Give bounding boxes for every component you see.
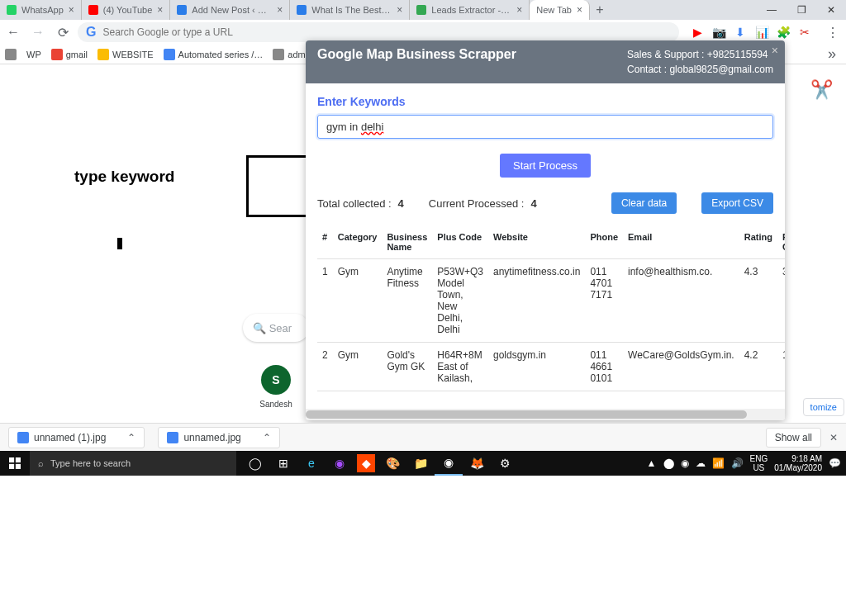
browser-tab[interactable]: Add New Post ‹ Google× (170, 0, 290, 20)
app-icon[interactable]: 🎨 (378, 451, 406, 476)
maximize-button[interactable]: ❐ (787, 0, 816, 20)
svg-rect-0 (9, 457, 14, 462)
bookmark-item[interactable]: gmail (51, 49, 88, 60)
tray-icon[interactable]: ◉ (681, 457, 689, 469)
app-icon[interactable]: ◆ (357, 454, 375, 472)
results-table: # Category Business Name Plus Code Websi… (317, 225, 785, 391)
ntp-search-box[interactable]: 🔍 Sear (243, 314, 309, 342)
forward-button[interactable]: → (28, 22, 48, 42)
chrome-icon[interactable]: ◉ (435, 451, 463, 476)
extension-popup: Google Map Business Scrapper Sales & Sup… (306, 40, 785, 420)
file-icon (17, 432, 29, 443)
omnibox[interactable]: G (78, 22, 679, 42)
popup-header: Google Map Business Scrapper Sales & Sup… (306, 40, 785, 83)
total-collected-label: Total collected :4 (317, 197, 404, 210)
customize-button[interactable]: tomize (803, 398, 844, 416)
wifi-icon[interactable]: 📶 (712, 457, 725, 469)
downloads-bar: unnamed (1).jpg ⌃ unnamed.jpg ⌃ Show all… (0, 423, 846, 451)
close-icon[interactable]: × (577, 4, 582, 16)
blank-area (0, 476, 846, 616)
popup-contact: Sales & Support : +9825115594 Contact : … (627, 47, 773, 77)
tray-icon[interactable]: ☁ (696, 457, 706, 469)
keywords-label: Enter Keywords (317, 95, 773, 108)
export-csv-button[interactable]: Export CSV (701, 192, 773, 214)
search-icon: 🔍 (253, 322, 266, 334)
windows-taskbar: ⌕ Type here to search ◯ ⊞ e ◉ ◆ 🎨 📁 ◉ 🦊 … (0, 451, 846, 476)
ext-icon[interactable]: ▶ (691, 26, 704, 39)
close-icon[interactable]: ✕ (829, 432, 838, 443)
logo-icon: ✂️ (810, 79, 833, 101)
download-item[interactable]: unnamed (1).jpg ⌃ (8, 427, 145, 448)
browser-tab[interactable]: (4) YouTube× (82, 0, 171, 20)
language-indicator[interactable]: ENGUS (750, 454, 768, 472)
bookmark-item[interactable]: Automated series /… (164, 49, 264, 60)
ext-icon[interactable]: 📷 (712, 26, 725, 39)
ext-icon[interactable]: 📊 (755, 26, 768, 39)
cortana-icon[interactable]: ◯ (241, 451, 269, 476)
table-row: 1GymAnytime FitnessP53W+Q3 Model Town, N… (317, 259, 785, 343)
keywords-input[interactable]: gym in delhi (317, 115, 773, 139)
tray-icon[interactable]: ⬤ (663, 457, 674, 469)
current-processed-label: Current Processed :4 (429, 197, 537, 210)
bookmark-overflow[interactable]: » (823, 45, 841, 63)
taskbar-search[interactable]: ⌕ Type here to search (30, 451, 236, 476)
download-item[interactable]: unnamed.jpg ⌃ (158, 427, 279, 448)
svg-rect-3 (16, 464, 21, 469)
file-icon (167, 432, 178, 443)
menu-button[interactable]: ⋮ (823, 22, 843, 42)
back-button[interactable]: ← (3, 22, 23, 42)
edge-icon[interactable]: e (297, 451, 326, 476)
browser-tab-active[interactable]: New Tab× (530, 0, 590, 20)
reload-button[interactable]: ⟳ (53, 22, 73, 42)
clock[interactable]: 9:18 AM01/May/2020 (774, 454, 822, 472)
show-all-button[interactable]: Show all (766, 428, 821, 448)
new-tab-button[interactable]: + (590, 0, 610, 20)
url-input[interactable] (102, 26, 671, 38)
browser-tab[interactable]: What Is The Best Scrap× (290, 0, 410, 20)
extension-icons: ▶ 📷 ⬇ 📊 🧩 ✂ (691, 26, 818, 39)
bookmark-item[interactable]: WP (26, 50, 41, 59)
close-icon[interactable]: × (516, 4, 522, 16)
close-icon[interactable]: × (277, 4, 283, 16)
popup-close-icon[interactable]: × (772, 44, 778, 57)
svg-rect-2 (9, 464, 14, 469)
chevron-up-icon[interactable]: ⌃ (127, 432, 135, 443)
system-tray: ▲ ⬤ ◉ ☁ 📶 🔊 ENGUS 9:18 AM01/May/2020 💬 (647, 454, 846, 472)
notifications-icon[interactable]: 💬 (829, 457, 841, 469)
annotation-text: type keyword (74, 168, 174, 186)
browser-tab[interactable]: WhatsApp× (0, 0, 82, 20)
ext-icon[interactable]: ⬇ (734, 26, 747, 39)
bookmark-item[interactable]: WEBSITE (97, 49, 154, 60)
close-icon[interactable]: × (397, 4, 402, 16)
horizontal-scrollbar[interactable] (306, 409, 785, 420)
popup-title: Google Map Business Scrapper (317, 47, 516, 62)
start-process-button[interactable]: Start Process (500, 154, 591, 178)
svg-rect-1 (16, 457, 21, 462)
ext-icon[interactable]: ✂ (798, 26, 811, 39)
google-icon: G (86, 25, 96, 40)
text-cursor (117, 238, 122, 249)
firefox-icon[interactable]: 🦊 (463, 451, 491, 476)
close-icon[interactable]: × (69, 4, 74, 16)
bookmark-item[interactable] (5, 49, 17, 60)
firefox-icon[interactable]: ◉ (326, 451, 354, 476)
minimize-button[interactable]: — (757, 0, 787, 20)
taskview-icon[interactable]: ⊞ (269, 451, 297, 476)
start-button[interactable] (0, 451, 30, 476)
close-icon[interactable]: × (157, 4, 163, 16)
browser-tab[interactable]: Leads Extractor - B2B G× (410, 0, 530, 20)
window-close-button[interactable]: ✕ (816, 0, 846, 20)
ext-icon[interactable]: 🧩 (777, 26, 790, 39)
table-row: 2GymGold's Gym GKH64R+8M East of Kailash… (317, 343, 785, 391)
app-icon[interactable]: ⚙ (491, 451, 519, 476)
explorer-icon[interactable]: 📁 (406, 451, 435, 476)
tray-icon[interactable]: ▲ (647, 457, 657, 469)
clear-data-button[interactable]: Clear data (611, 192, 677, 214)
ntp-shortcut[interactable]: S Sandesh (254, 365, 297, 409)
chevron-up-icon[interactable]: ⌃ (263, 432, 271, 443)
volume-icon[interactable]: 🔊 (731, 457, 744, 469)
search-icon: ⌕ (38, 458, 44, 468)
